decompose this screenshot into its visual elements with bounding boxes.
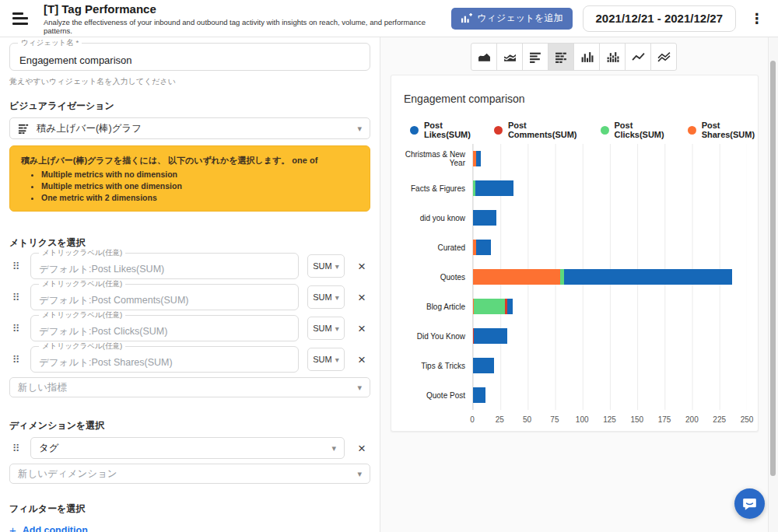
kebab-menu-icon[interactable]: ⋮ <box>747 10 767 27</box>
add-widget-icon <box>461 12 472 24</box>
date-range-picker[interactable]: 2021/12/21 - 2021/12/27 <box>583 5 736 32</box>
aggregation-select[interactable]: SUM▾ <box>307 317 345 340</box>
remove-metric-icon[interactable]: × <box>353 322 370 335</box>
bar-segment[interactable] <box>507 299 513 314</box>
add-widget-button[interactable]: ウィジェットを追加 <box>451 8 573 30</box>
warning-bullet: Multiple metrics with one dimension <box>41 181 359 191</box>
dimension-select[interactable]: タグ ▾ <box>30 437 345 459</box>
legend-item[interactable]: Post Likes(SUM) <box>410 121 471 139</box>
legend-item[interactable]: Post Comments(SUM) <box>494 121 577 139</box>
legend-dot <box>601 126 609 135</box>
category-label: Curated <box>402 243 472 252</box>
chart-type-stacked-area-chart-button[interactable] <box>496 43 523 71</box>
chat-button[interactable] <box>734 488 765 519</box>
chart-type-bar-chart-button[interactable] <box>522 43 548 71</box>
legend-item[interactable]: Post Shares(SUM) <box>688 121 755 139</box>
legend-item[interactable]: Post Clicks(SUM) <box>601 121 664 139</box>
remove-dimension-icon[interactable]: × <box>353 442 370 455</box>
drag-handle-icon[interactable]: ⠿ <box>9 443 22 454</box>
category-label: Facts & Figures <box>402 184 472 193</box>
category-label: did you know <box>402 214 472 222</box>
chart-row: Christmas & New Year <box>402 144 747 173</box>
bar-track <box>472 233 747 262</box>
stacked-bar[interactable] <box>473 299 513 314</box>
metric-label-field: メトリックラベル(任意) <box>30 253 299 279</box>
stacked-bar[interactable] <box>473 269 732 285</box>
visualization-select[interactable]: 積み上げバー(棒)グラフ ▾ <box>9 117 370 139</box>
bar-track <box>472 262 747 292</box>
remove-metric-icon[interactable]: × <box>353 353 370 366</box>
bar-segment[interactable] <box>473 358 494 373</box>
metric-row: ⠿ メトリックラベル(任意) SUM▾ × <box>9 284 370 310</box>
x-tick-label: 125 <box>603 415 616 424</box>
bar-segment[interactable] <box>476 240 490 255</box>
legend-label: Post Shares(SUM) <box>702 121 755 139</box>
chevron-down-icon: ▾ <box>335 293 339 302</box>
drag-handle-icon[interactable]: ⠿ <box>9 261 22 272</box>
chart-row: Quotes <box>402 262 747 292</box>
chart-type-area-chart-button[interactable] <box>471 43 497 71</box>
stacked-bar[interactable] <box>473 240 491 255</box>
aggregation-select[interactable]: SUM▾ <box>307 285 345 309</box>
bar-segment[interactable] <box>474 328 506 344</box>
stacked-bar[interactable] <box>473 151 481 166</box>
x-tick-label: 250 <box>741 415 754 424</box>
chat-bubble-icon <box>741 495 758 512</box>
widget-name-field: ウィジェット名 * <box>9 43 370 71</box>
chart-row: Quote Post <box>402 380 747 410</box>
aggregation-select[interactable]: SUM▾ <box>307 254 345 278</box>
drag-handle-icon[interactable]: ⠿ <box>9 292 22 303</box>
stacked-bar[interactable] <box>473 358 494 373</box>
widget-name-helper: 覚えやすいウィジェット名を入力してください <box>9 76 370 87</box>
drag-handle-icon[interactable]: ⠿ <box>9 354 22 366</box>
chevron-down-icon: ▾ <box>357 124 362 134</box>
stacked-bar[interactable] <box>473 210 496 226</box>
bar-segment[interactable] <box>473 387 485 403</box>
chart-type-stacked-column-chart-button[interactable] <box>599 43 626 71</box>
legend-label: Post Likes(SUM) <box>424 121 471 139</box>
visualization-value: 積み上げバー(棒)グラフ <box>37 122 142 135</box>
remove-metric-icon[interactable]: × <box>353 260 370 273</box>
chart-title: Engagement comparison <box>404 93 747 105</box>
bar-segment[interactable] <box>475 180 513 196</box>
bar-segment[interactable] <box>473 210 496 226</box>
page-title: [T] Tag Performance <box>44 2 451 16</box>
bar-track <box>472 203 747 233</box>
bar-segment[interactable] <box>474 299 505 314</box>
chart-plot: Christmas & New YearFacts & Figuresdid y… <box>402 144 747 410</box>
scrollbar-thumb[interactable] <box>770 61 776 476</box>
chart-type-multi-line-chart-button[interactable] <box>650 43 677 71</box>
x-tick-label: 100 <box>576 415 589 424</box>
stacked-bar[interactable] <box>473 387 485 403</box>
remove-metric-icon[interactable]: × <box>353 291 370 304</box>
bar-segment[interactable] <box>473 269 560 285</box>
chart-type-stacked-bar-chart-button[interactable] <box>548 43 574 71</box>
bar-track <box>472 144 747 173</box>
stacked-bar[interactable] <box>473 180 513 196</box>
chevron-down-icon: ▾ <box>357 383 362 393</box>
chart-type-line-chart-button[interactable] <box>625 43 651 71</box>
aggregation-select[interactable]: SUM▾ <box>307 348 345 371</box>
menu-icon[interactable] <box>12 12 30 25</box>
stacked-bar[interactable] <box>473 328 507 344</box>
x-axis: 0255075100125150175200225250 <box>402 410 747 429</box>
chart-row: Tips & Tricks <box>402 351 747 380</box>
add-dimension-select[interactable]: 新しいディメンション ▾ <box>9 464 370 484</box>
legend-label: Post Clicks(SUM) <box>615 121 664 139</box>
add-metric-select[interactable]: 新しい指標 ▾ <box>9 377 370 397</box>
x-tick-label: 25 <box>496 415 504 424</box>
bar-segment[interactable] <box>476 151 481 166</box>
bar-segment[interactable] <box>564 269 732 285</box>
add-condition-button[interactable]: + Add condition <box>9 523 88 532</box>
visualization-label: ビジュアライゼーション <box>9 100 370 113</box>
scrollbar-track[interactable] <box>768 37 778 532</box>
metric-label-field: メトリックラベル(任意) <box>30 284 299 310</box>
x-axis-ticks: 0255075100125150175200225250 <box>472 410 747 429</box>
legend-dot <box>688 126 696 135</box>
x-tick-label: 200 <box>685 415 699 424</box>
drag-handle-icon[interactable]: ⠿ <box>9 323 22 334</box>
metric-row: ⠿ メトリックラベル(任意) SUM▾ × <box>9 253 370 279</box>
chart-type-column-chart-button[interactable] <box>573 43 600 71</box>
metric-row: ⠿ メトリックラベル(任意) SUM▾ × <box>9 346 370 373</box>
metric-label-field: メトリックラベル(任意) <box>30 315 299 341</box>
